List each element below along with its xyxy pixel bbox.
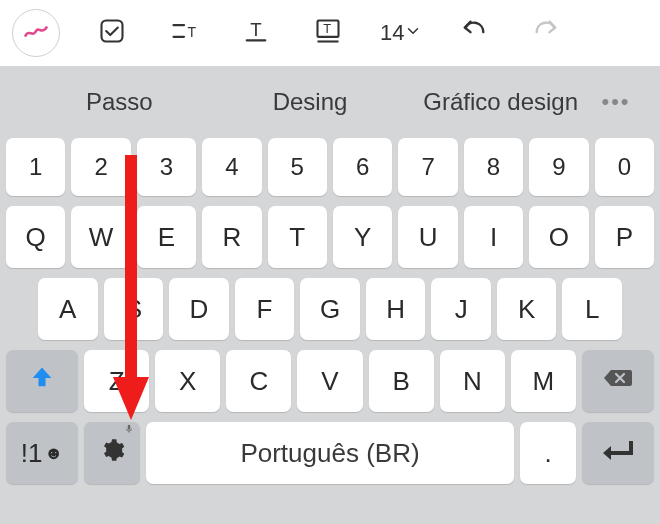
- enter-key[interactable]: [582, 422, 654, 484]
- zxcv-row: Z X C V B N M: [6, 350, 654, 412]
- key-3[interactable]: 3: [137, 138, 196, 196]
- key-i[interactable]: I: [464, 206, 523, 268]
- key-t[interactable]: T: [268, 206, 327, 268]
- spacebar[interactable]: Português (BR): [146, 422, 514, 484]
- shift-key[interactable]: [6, 350, 78, 412]
- underline-icon: T: [242, 17, 270, 49]
- suggestion-bar: Passo Desing Gráfico design •••: [0, 66, 660, 138]
- key-j[interactable]: J: [431, 278, 491, 340]
- qwerty-row: Q W E R T Y U I O P: [6, 206, 654, 268]
- key-y[interactable]: Y: [333, 206, 392, 268]
- underline-button[interactable]: T: [236, 13, 276, 53]
- key-f[interactable]: F: [235, 278, 295, 340]
- key-1[interactable]: 1: [6, 138, 65, 196]
- key-n[interactable]: N: [440, 350, 505, 412]
- key-w[interactable]: W: [71, 206, 130, 268]
- key-z[interactable]: Z: [84, 350, 149, 412]
- key-a[interactable]: A: [38, 278, 98, 340]
- key-u[interactable]: U: [398, 206, 457, 268]
- handwriting-button[interactable]: [12, 9, 60, 57]
- chevron-down-icon: [404, 20, 422, 46]
- key-7[interactable]: 7: [398, 138, 457, 196]
- number-row: 1 2 3 4 5 6 7 8 9 0: [6, 138, 654, 196]
- key-9[interactable]: 9: [529, 138, 588, 196]
- redo-button[interactable]: [526, 13, 566, 53]
- font-size-selector[interactable]: 14: [380, 20, 422, 46]
- key-5[interactable]: 5: [268, 138, 327, 196]
- scribble-icon: [22, 17, 50, 49]
- checkbox-button[interactable]: [92, 13, 132, 53]
- spacebar-label: Português (BR): [240, 438, 419, 469]
- key-4[interactable]: 4: [202, 138, 261, 196]
- text-format-button[interactable]: T: [164, 13, 204, 53]
- key-2[interactable]: 2: [71, 138, 130, 196]
- suggestion-3[interactable]: Gráfico design: [405, 88, 596, 116]
- key-c[interactable]: C: [226, 350, 291, 412]
- key-k[interactable]: K: [497, 278, 557, 340]
- key-g[interactable]: G: [300, 278, 360, 340]
- svg-rect-0: [102, 21, 123, 42]
- key-0[interactable]: 0: [595, 138, 654, 196]
- key-m[interactable]: M: [511, 350, 576, 412]
- key-s[interactable]: S: [104, 278, 164, 340]
- shift-icon: [28, 364, 56, 399]
- mic-icon: [124, 424, 134, 436]
- undo-button[interactable]: [454, 13, 494, 53]
- key-8[interactable]: 8: [464, 138, 523, 196]
- emoji-icon: ☻: [44, 443, 63, 464]
- keyboard: 1 2 3 4 5 6 7 8 9 0 Q W E R T Y U I O P …: [0, 138, 660, 502]
- key-x[interactable]: X: [155, 350, 220, 412]
- text-box-button[interactable]: T: [308, 13, 348, 53]
- checkbox-icon: [98, 17, 126, 49]
- key-r[interactable]: R: [202, 206, 261, 268]
- undo-icon: [460, 17, 488, 49]
- key-v[interactable]: V: [297, 350, 362, 412]
- key-6[interactable]: 6: [333, 138, 392, 196]
- key-l[interactable]: L: [562, 278, 622, 340]
- bottom-row: !1☻ Português (BR) .: [6, 422, 654, 484]
- font-size-value: 14: [380, 20, 404, 46]
- more-suggestions-button[interactable]: •••: [596, 89, 636, 115]
- suggestion-2[interactable]: Desing: [215, 88, 406, 116]
- key-d[interactable]: D: [169, 278, 229, 340]
- svg-text:T: T: [250, 19, 261, 40]
- settings-key[interactable]: [84, 422, 140, 484]
- key-b[interactable]: B: [369, 350, 434, 412]
- text-box-icon: T: [314, 17, 342, 49]
- app-toolbar: T T T 14: [0, 0, 660, 66]
- key-h[interactable]: H: [366, 278, 426, 340]
- asdf-row: A S D F G H J K L: [6, 278, 654, 340]
- svg-text:T: T: [188, 24, 197, 40]
- key-p[interactable]: P: [595, 206, 654, 268]
- ellipsis-icon: •••: [601, 89, 630, 114]
- key-e[interactable]: E: [137, 206, 196, 268]
- period-key[interactable]: .: [520, 422, 576, 484]
- enter-icon: [601, 437, 635, 470]
- backspace-key[interactable]: [582, 350, 654, 412]
- svg-text:T: T: [323, 21, 331, 36]
- redo-icon: [532, 17, 560, 49]
- symbol-key-label: !1: [21, 438, 43, 469]
- key-q[interactable]: Q: [6, 206, 65, 268]
- gear-icon: [99, 437, 125, 470]
- backspace-icon: [602, 364, 634, 399]
- symbol-key[interactable]: !1☻: [6, 422, 78, 484]
- key-o[interactable]: O: [529, 206, 588, 268]
- text-size-icon: T: [170, 17, 198, 49]
- suggestion-1[interactable]: Passo: [24, 88, 215, 116]
